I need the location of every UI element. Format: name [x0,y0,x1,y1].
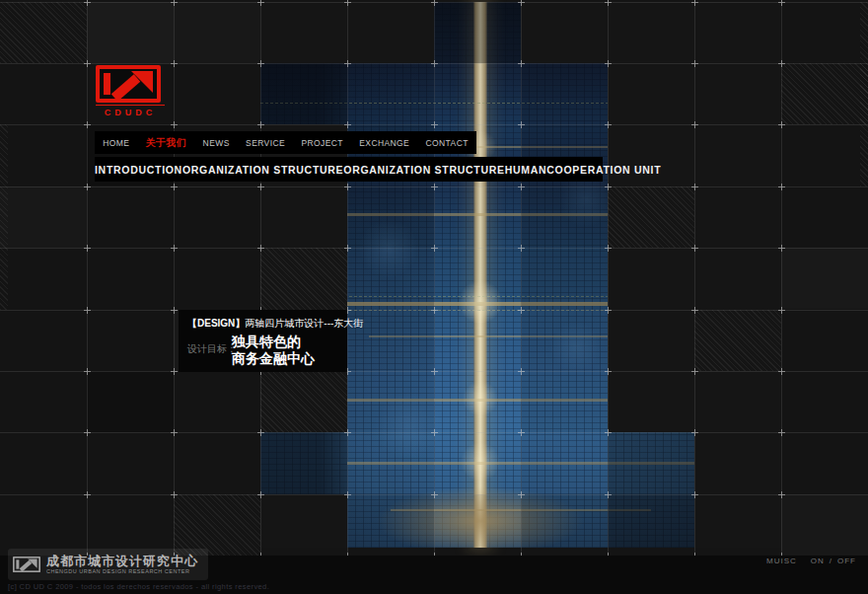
footer-org-name-en: CHENGDU URBAN DESIGN RESEARCH CENTER [46,568,198,575]
grid-line-horizontal [0,186,868,187]
project-caption-title: 【DESIGN】两轴四片城市设计---东大街 [187,317,363,331]
grid-line-horizontal [0,124,868,125]
grid-line-horizontal [0,63,868,64]
design-goal-line1: 独具特色的 [232,334,315,350]
subnav-item-organization-structure-2[interactable]: ORGANIZATION STRUCTURE [343,164,504,176]
grid-line-horizontal [0,494,868,495]
grid-line-horizontal [0,432,868,433]
map-central-road [472,2,488,548]
music-on-button[interactable]: ON [811,557,825,565]
main-nav: HOME 关于我们 NEWS SERVICE PROJECT EXCHANGE … [95,131,476,154]
page: CDUDC HOME 关于我们 NEWS SERVICE PROJECT EXC… [0,0,868,594]
hatch-cell [0,2,87,63]
logo-text: CDUDC [96,105,165,117]
bg-cell [781,248,868,309]
grid-line-vertical [781,0,782,594]
grid-line-vertical [694,0,695,594]
grid-line-vertical [174,0,175,594]
copyright-text: [c] CD UD C 2009 - todos los derechos re… [8,582,269,591]
grid-line-vertical [521,0,522,594]
hatch-cell [860,2,868,186]
design-goal-label: 设计目标： [187,342,237,356]
music-off-button[interactable]: OFF [837,557,856,565]
grid-line-horizontal [0,2,868,3]
bg-cell [0,186,87,248]
subnav-item-organization-structure-1[interactable]: ORGANIZATION STRUCTURE [182,164,343,176]
subnav-item-cooperation-unit[interactable]: COOPERATION UNIT [546,164,661,176]
project-caption-name: 两轴四片城市设计---东大街 [245,318,363,329]
project-caption: 【DESIGN】两轴四片城市设计---东大街 设计目标： 独具特色的 商务金融中… [179,310,347,372]
bg-cell [87,2,174,63]
nav-item-contact[interactable]: CONTACT [426,138,469,148]
grid-line-vertical [434,0,435,594]
nav-item-home[interactable]: HOME [103,138,129,148]
music-separator: / [830,557,832,565]
grid-line-horizontal [0,248,868,249]
grid-line-horizontal [0,310,868,311]
music-control: MUISC ON / OFF [766,557,856,565]
grid-line-vertical [260,0,261,594]
hatch-cell [0,124,8,310]
hatch-cell [174,494,260,556]
bg-cell [174,2,260,63]
design-goal-line2: 商务金融中心 [232,350,315,367]
footer-arrow-icon [13,553,40,576]
nav-item-exchange[interactable]: EXCHANGE [359,138,409,148]
map-street-line [369,335,651,337]
cdudc-arrow-icon [96,65,161,103]
bg-cell [781,494,868,556]
bg-cell [87,371,174,432]
grid-line-vertical [608,0,609,594]
nav-item-project[interactable]: PROJECT [301,138,342,148]
footer-logo: 成都市城市设计研究中心 CHENGDU URBAN DESIGN RESEARC… [8,549,208,580]
nav-item-service[interactable]: SERVICE [246,138,285,148]
subnav-item-introduction[interactable]: INTRODUCTION [95,164,182,176]
nav-item-about[interactable]: 关于我们 [146,136,187,150]
grid-line-vertical [347,0,348,594]
music-label: MUISC [766,557,797,565]
project-caption-tag: 【DESIGN】 [187,318,245,329]
design-goal-text: 独具特色的 商务金融中心 [232,334,315,367]
footer-org-name-cn: 成都市城市设计研究中心 [46,554,198,568]
subnav-item-human[interactable]: HUMAN [505,164,547,176]
sub-nav: INTRODUCTION ORGANIZATION STRUCTURE ORGA… [95,157,603,182]
hatch-cell [781,63,868,124]
nav-item-news[interactable]: NEWS [203,138,230,148]
grid-line-horizontal [0,371,868,372]
grid-line-vertical [87,0,88,594]
cdudc-logo[interactable]: CDUDC [96,65,165,117]
